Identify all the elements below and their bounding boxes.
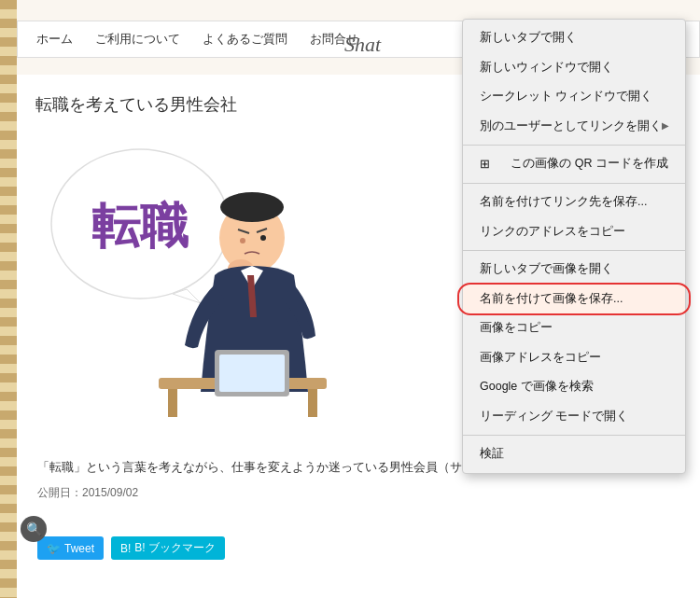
bookmark-button[interactable]: B! B! ブックマーク [111,536,225,560]
menu-new-tab[interactable]: 新しいタブで開く [463,23,685,53]
menu-incognito[interactable]: シークレット ウィンドウで開く [463,82,685,112]
menu-divider-1 [463,145,685,146]
qr-icon: ⊞ [480,156,490,173]
menu-search-image[interactable]: Google で画像を検索 [463,372,685,402]
shat-text: Shat [344,33,381,57]
search-icon[interactable]: 🔍 [21,516,47,542]
tweet-button[interactable]: 🐦 Tweet [37,536,104,560]
left-decorative-border [0,0,17,598]
menu-divider-3 [463,250,685,251]
tweet-label: Tweet [64,542,94,555]
submenu-arrow-icon: ▶ [662,119,669,132]
menu-qr-code[interactable]: ⊞ この画像の QR コードを作成 [463,149,685,179]
menu-copy-image[interactable]: 画像をコピー [463,313,685,343]
menu-save-image[interactable]: 名前を付けて画像を保存... [463,285,685,314]
menu-new-window[interactable]: 新しいウィンドウで開く [463,53,685,83]
illustration-area: 転職 [37,103,355,457]
menu-save-link[interactable]: 名前を付けてリンク先を保存... [463,188,685,217]
menu-open-as-user[interactable]: 別のユーザーとしてリンクを開く ▶ [463,112,685,142]
menu-divider-4 [463,435,685,436]
svg-text:転職: 転職 [91,200,189,253]
nav-about[interactable]: ご利用について [95,31,180,48]
svg-rect-13 [168,389,177,417]
nav-home[interactable]: ホーム [36,31,73,48]
pub-date: 公開日：2015/09/02 [37,483,700,502]
menu-inspect[interactable]: 検証 [463,439,685,469]
nav-faq[interactable]: よくあるご質問 [203,31,287,48]
bookmark-icon: B! [120,542,131,555]
social-buttons: 🐦 Tweet B! B! ブックマーク [37,536,225,560]
menu-reading-mode[interactable]: リーディング モードで開く [463,402,685,432]
menu-open-image-tab[interactable]: 新しいタブで画像を開く [463,255,685,285]
bookmark-label: B! ブックマーク [134,540,216,556]
svg-point-6 [260,235,266,241]
menu-divider-2 [463,183,685,184]
svg-rect-14 [308,389,317,417]
context-menu: 新しいタブで開く 新しいウィンドウで開く シークレット ウィンドウで開く 別のユ… [462,19,686,474]
svg-rect-16 [219,355,285,392]
twitter-icon: 🐦 [47,542,61,555]
svg-point-4 [220,192,284,222]
svg-point-5 [240,238,245,243]
menu-copy-image-addr[interactable]: 画像アドレスをコピー [463,343,685,373]
menu-copy-link[interactable]: リンクのアドレスをコピー [463,217,685,247]
